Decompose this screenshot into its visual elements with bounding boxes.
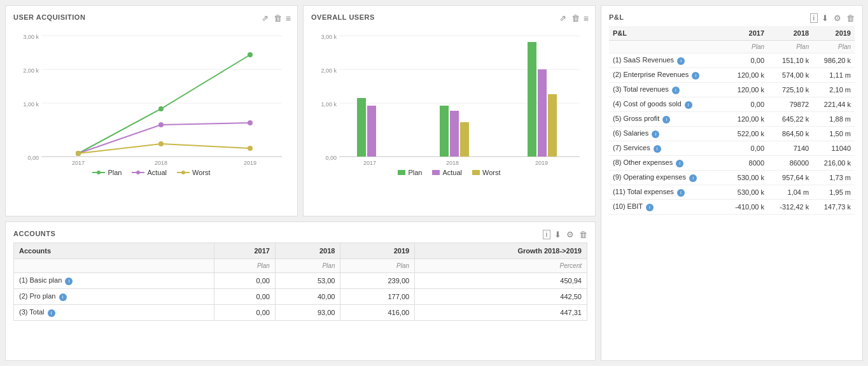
accounts-subheader-row: Plan Plan Plan Percent	[14, 259, 587, 273]
info-icon[interactable]: i	[685, 101, 692, 109]
delete-icon[interactable]: 🗑	[570, 12, 581, 24]
legend-worst-label: Worst	[192, 169, 211, 176]
download-icon[interactable]: ⬇	[553, 229, 563, 241]
svg-text:0,00: 0,00	[325, 155, 337, 161]
table-row: (5) Gross profit i 120,00 k 645,22 k 1,8…	[609, 112, 855, 127]
download-icon[interactable]: ⬇	[820, 12, 830, 24]
svg-point-18	[76, 151, 81, 156]
pl-actions: i ⬇ ⚙ 🗑	[810, 12, 856, 24]
svg-rect-43	[460, 122, 469, 157]
accounts-col-2018: 2018	[275, 243, 340, 259]
table-row: (6) Salaries i 522,00 k 864,50 k 1,50 m	[609, 127, 855, 141]
legend-plan: Plan	[92, 169, 122, 176]
table-row: (4) Cost of goods sold i 0,00 79872 221,…	[609, 97, 855, 112]
table-row: (1) SaaS Revenues i 0,00 151,10 k 986,20…	[609, 53, 855, 68]
accounts-table: Accounts 2017 2018 2019 Growth 2018->201…	[13, 243, 587, 321]
info-icon[interactable]: i	[662, 116, 670, 123]
info-icon[interactable]: i	[672, 87, 680, 94]
accounts-header-row: Accounts 2017 2018 2019 Growth 2018->201…	[14, 243, 587, 259]
pl-table: P&L 2017 2018 2019 Plan Plan Plan (1) Sa…	[609, 26, 855, 215]
overall-users-title: OVERALL USERS	[311, 13, 587, 21]
dashboard: USER ACQUISITION ⇗ 🗑 ≡ 3,00 k 2,00 k 1,0…	[0, 0, 868, 366]
info-icon[interactable]: i	[692, 72, 699, 80]
info-icon[interactable]: i	[48, 309, 55, 317]
delete-icon[interactable]: 🗑	[578, 229, 589, 241]
table-row: (9) Operating expenses i 530,00 k 957,64…	[609, 171, 855, 185]
legend-actual: Actual	[432, 169, 462, 176]
table-row: (8) Other expenses i 8000 86000 216,00 k	[609, 156, 855, 171]
svg-text:2018: 2018	[155, 160, 167, 166]
svg-text:3,00 k: 3,00 k	[23, 34, 39, 40]
svg-point-16	[158, 122, 164, 127]
svg-text:2,00 k: 2,00 k	[321, 67, 337, 74]
share-icon[interactable]: ⇗	[558, 12, 568, 24]
table-row: (3) Total i 0,00 93,00 416,00 447,31	[14, 305, 587, 321]
hamburger-icon[interactable]: ≡	[584, 13, 589, 24]
svg-text:2017: 2017	[363, 160, 376, 166]
legend-worst-label: Worst	[482, 169, 501, 176]
legend-actual: Actual	[132, 169, 167, 176]
overall-users-chart: 3,00 k 2,00 k 1,00 k 0,00 2017 2018 2019	[311, 26, 587, 166]
hamburger-icon[interactable]: ≡	[286, 13, 291, 24]
svg-text:2017: 2017	[72, 160, 85, 166]
svg-rect-47	[398, 170, 405, 175]
info-icon[interactable]: i	[65, 278, 73, 285]
delete-icon[interactable]: 🗑	[845, 12, 856, 24]
svg-text:2018: 2018	[446, 160, 459, 166]
info-icon[interactable]: i	[676, 160, 683, 167]
legend-plan: Plan	[398, 169, 422, 176]
svg-text:2019: 2019	[535, 160, 548, 166]
svg-point-13	[158, 106, 164, 111]
legend-worst: Worst	[177, 169, 211, 176]
user-acquisition-panel: USER ACQUISITION ⇗ 🗑 ≡ 3,00 k 2,00 k 1,0…	[5, 5, 298, 216]
legend-worst: Worst	[472, 169, 501, 176]
info-icon[interactable]: i	[59, 293, 67, 301]
settings-icon[interactable]: ⚙	[565, 229, 575, 241]
table-row: (7) Services i 0,00 7140 11040	[609, 141, 855, 156]
delete-icon[interactable]: 🗑	[272, 12, 283, 24]
svg-point-24	[136, 171, 140, 174]
info-icon[interactable]: i	[677, 189, 685, 197]
svg-point-14	[248, 52, 253, 57]
svg-text:1,00 k: 1,00 k	[23, 101, 39, 108]
accounts-col-2019: 2019	[340, 243, 415, 259]
info-icon[interactable]: i	[646, 204, 654, 211]
info-icon[interactable]: i	[654, 145, 661, 153]
legend-actual-label: Actual	[442, 169, 462, 176]
accounts-col-2017: 2017	[214, 243, 276, 259]
user-acquisition-actions: ⇗ 🗑 ≡	[260, 12, 291, 24]
info-icon[interactable]: i	[543, 230, 550, 239]
share-icon[interactable]: ⇗	[260, 12, 270, 24]
overall-users-panel: OVERALL USERS ⇗ 🗑 ≡ 3,00 k 2,00 k 1,00 k…	[303, 5, 596, 216]
table-row: (2) Pro plan i 0,00 40,00 177,00 442,50	[14, 289, 587, 305]
legend-actual-label: Actual	[147, 169, 167, 176]
accounts-col-growth: Growth 2018->2019	[415, 243, 587, 259]
table-row: (3) Total revenues i 120,00 k 725,10 k 2…	[609, 83, 855, 97]
table-row: (11) Total expenses i 530,00 k 1,04 m 1,…	[609, 185, 855, 200]
svg-text:2,00 k: 2,00 k	[23, 67, 39, 74]
pl-subheader-row: Plan Plan Plan	[609, 41, 855, 53]
info-icon[interactable]: i	[652, 130, 659, 138]
svg-rect-46	[548, 94, 557, 157]
user-acquisition-legend: Plan Actual Worst	[13, 169, 290, 176]
svg-point-26	[181, 171, 185, 174]
info-icon[interactable]: i	[689, 174, 697, 182]
svg-rect-48	[432, 170, 440, 175]
svg-point-19	[158, 141, 164, 146]
info-icon[interactable]: i	[810, 13, 818, 23]
svg-rect-45	[538, 69, 547, 157]
accounts-title: ACCOUNTS	[13, 230, 587, 237]
pl-panel: P&L i ⬇ ⚙ 🗑 P&L 2017 2018 2019 Plan Plan…	[601, 5, 863, 361]
svg-text:1,00 k: 1,00 k	[321, 101, 337, 108]
pl-col-2018: 2018	[768, 26, 813, 41]
user-acquisition-chart: 3,00 k 2,00 k 1,00 k 0,00 2017 2018 2019	[13, 26, 290, 166]
accounts-col-name: Accounts	[14, 243, 214, 259]
line-chart-svg: 3,00 k 2,00 k 1,00 k 0,00 2017 2018 2019	[13, 26, 290, 166]
svg-rect-40	[367, 106, 376, 157]
svg-text:0,00: 0,00	[27, 155, 39, 161]
info-icon[interactable]: i	[677, 57, 685, 65]
bar-chart-svg: 3,00 k 2,00 k 1,00 k 0,00 2017 2018 2019	[311, 26, 587, 166]
accounts-panel: ACCOUNTS i ⬇ ⚙ 🗑 Accounts 2017 2018 2019…	[5, 222, 596, 361]
svg-rect-44	[528, 42, 536, 157]
settings-icon[interactable]: ⚙	[832, 12, 843, 24]
